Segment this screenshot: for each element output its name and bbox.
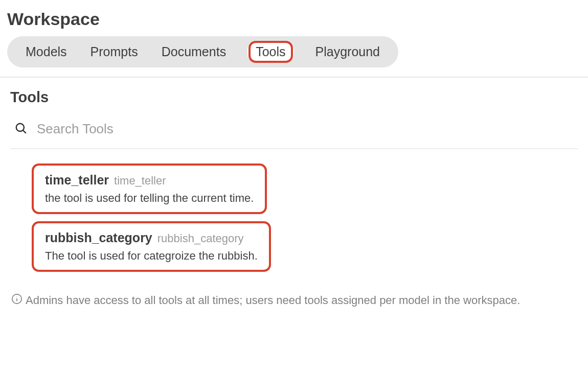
tool-list: time_teller time_teller the tool is used… (10, 164, 578, 272)
tab-playground[interactable]: Playground (313, 42, 382, 61)
page-title: Workspace (0, 0, 588, 36)
tool-title: time_teller (45, 173, 109, 188)
tool-slug: time_teller (114, 174, 166, 188)
tab-tools[interactable]: Tools (251, 43, 290, 61)
svg-point-0 (16, 123, 24, 131)
tool-slug: rubbish_category (157, 232, 244, 245)
svg-line-1 (23, 130, 26, 133)
svg-point-4 (16, 296, 17, 297)
tab-documents[interactable]: Documents (160, 42, 228, 61)
info-icon (11, 293, 22, 308)
tool-title-row: time_teller time_teller (45, 173, 254, 188)
tool-description: The tool is used for categroize the rubb… (45, 249, 258, 263)
tool-card-time-teller[interactable]: time_teller time_teller the tool is used… (32, 164, 267, 214)
search-row (10, 121, 578, 137)
tab-tools-active-bg: Tools (247, 41, 293, 62)
tab-prompts[interactable]: Prompts (88, 42, 140, 61)
footer-note: Admins have access to all tools at all t… (10, 293, 578, 308)
tool-description: the tool is used for telling the current… (45, 192, 254, 205)
tabs-bar: Models Prompts Documents Tools Playgroun… (7, 36, 398, 67)
footer-note-text: Admins have access to all tools at all t… (26, 294, 520, 307)
tab-models[interactable]: Models (24, 42, 69, 61)
main-content: Tools time_teller time_teller the tool i… (0, 78, 588, 314)
list-divider (10, 148, 578, 149)
section-title: Tools (10, 89, 578, 106)
search-input[interactable] (37, 121, 578, 137)
tool-title-row: rubbish_category rubbish_category (45, 230, 258, 245)
search-icon (14, 122, 28, 137)
tabs-container: Models Prompts Documents Tools Playgroun… (0, 36, 588, 77)
tool-title: rubbish_category (45, 230, 152, 245)
tool-card-rubbish-category[interactable]: rubbish_category rubbish_category The to… (32, 221, 271, 272)
